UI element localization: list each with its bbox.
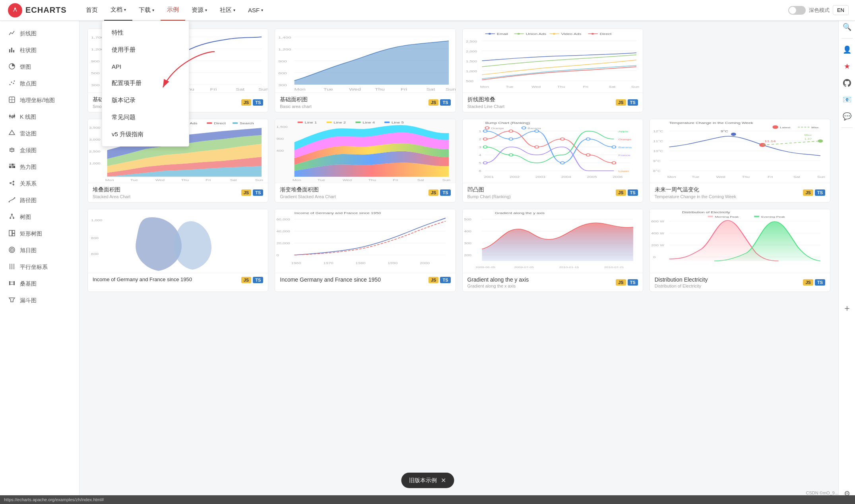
badge-js-stacked-line[interactable]: JS (616, 99, 626, 106)
badge-ts-distribution[interactable]: TS (815, 279, 825, 286)
chart-title-zh-violin: Income of Germany and France since 1950 (93, 276, 192, 282)
badge-js[interactable]: JS (241, 99, 251, 106)
svg-text:12°C: 12°C (653, 129, 663, 133)
dropdown-item-changelog[interactable]: 版本记录 (102, 92, 189, 109)
nav-asf[interactable]: ASF ▾ (242, 0, 269, 21)
badge-ts-gradient[interactable]: TS (440, 189, 450, 196)
dropdown-item-manual[interactable]: 使用手册 (102, 41, 189, 58)
star-icon[interactable]: ★ (840, 59, 854, 73)
svg-point-236 (731, 133, 736, 136)
svg-text:2,000: 2,000 (466, 50, 477, 53)
badge-js-violin[interactable]: JS (241, 277, 251, 283)
nav-download[interactable]: 下载 ▾ (132, 0, 161, 21)
sidebar-item-scatter[interactable]: 散点图 (0, 75, 79, 92)
badge-js-income[interactable]: JS (428, 277, 438, 283)
language-button[interactable]: EN (833, 5, 849, 15)
user-icon[interactable]: 👤 (840, 42, 854, 57)
github-icon[interactable] (840, 76, 854, 90)
svg-text:Line 4: Line 4 (363, 121, 375, 124)
badge-ts-stacked-line[interactable]: TS (628, 99, 638, 106)
badge-js-basic-area[interactable]: JS (428, 99, 438, 106)
svg-text:Fri: Fri (210, 87, 217, 91)
svg-text:11.14: 11.14 (764, 139, 776, 143)
chart-card-bump[interactable]: Bump Chart (Ranking) Orange Banana 1 2 (462, 119, 643, 203)
svg-text:Sat: Sat (417, 178, 424, 182)
svg-point-199 (612, 146, 616, 148)
dropdown-item-faq[interactable]: 常见问题 (102, 109, 189, 126)
chart-card-stacked-line[interactable]: Email Union Ads Video Ads Direct (462, 29, 643, 112)
nav-home[interactable]: 首页 (79, 0, 104, 21)
svg-text:Sat: Sat (230, 178, 237, 182)
badge-js-gradient[interactable]: JS (428, 189, 438, 196)
svg-rect-152 (384, 122, 390, 123)
sidebar-item-heatmap[interactable]: 热力图 (0, 159, 79, 176)
sidebar-item-treemap[interactable]: 矩形树图 (0, 226, 79, 242)
chart-card-distribution[interactable]: Distribution of Electricity Morning Peak… (649, 209, 830, 292)
dark-mode-toggle[interactable]: 深色模式 (788, 6, 830, 15)
svg-text:Fri: Fri (401, 87, 407, 91)
sidebar-item-line[interactable]: 折线图 (0, 25, 79, 42)
dropdown-item-features[interactable]: 特性 (102, 24, 189, 41)
sidebar-item-pie[interactable]: 饼图 (0, 59, 79, 75)
dropdown-item-config[interactable]: 配置项手册 (102, 75, 189, 92)
chart-card-basic-area[interactable]: Mon Tue Wed Thu Fri Sat Sun 1,400 1,200 … (275, 29, 456, 112)
chat-icon[interactable]: 💬 (840, 109, 854, 124)
chart-title-zh-gradient: 渐变堆叠面积图 (280, 186, 336, 193)
sidebar-item-parallel[interactable]: 平行坐标系 (0, 259, 79, 276)
nav-examples[interactable]: 示例 (161, 0, 185, 21)
badge-ts-temp[interactable]: TS (815, 189, 825, 196)
badge-js-bump[interactable]: JS (616, 189, 626, 196)
sidebar-item-graph[interactable]: 关系系 (0, 176, 79, 192)
outlook-icon[interactable]: 📧 (840, 93, 854, 107)
chart-footer-violin: Income of Germany and France since 1950 … (88, 273, 268, 286)
dropdown-item-api[interactable]: API (102, 58, 189, 75)
chart-card-gradient-stacked[interactable]: Line 1 Line 2 Line 4 Line 5 (275, 119, 456, 203)
chart-card-income[interactable]: Income of Germany and France since 1950 … (275, 209, 456, 292)
badge-ts-basic-area[interactable]: TS (440, 99, 450, 106)
svg-text:Wed: Wed (531, 85, 541, 88)
svg-text:2000: 2000 (420, 261, 430, 265)
chart-card-gradient-y[interactable]: Gradient along the y axis 500 400 300 20… (462, 209, 643, 292)
sidebar-item-tree[interactable]: 树图 (0, 209, 79, 226)
sidebar-item-geo[interactable]: 地理坐标/地图 (0, 92, 79, 109)
sidebar-item-radar[interactable]: 雷达图 (0, 126, 79, 142)
sidebar-item-bar[interactable]: 柱状图 (0, 42, 79, 59)
badge-js-stacked-area[interactable]: JS (241, 189, 251, 196)
badge-ts-stacked-area[interactable]: TS (253, 189, 263, 196)
nav-docs[interactable]: 文档 ▾ (104, 0, 132, 21)
badge-js-gradient-y[interactable]: JS (616, 279, 626, 286)
sidebar-item-sankey[interactable]: 桑基图 (0, 276, 79, 292)
toast-close-button[interactable]: ✕ (441, 477, 446, 484)
chart-card-violin[interactable]: 1,000 800 600 Income of Germany and Fran… (87, 209, 268, 292)
nav-community[interactable]: 社区 ▾ (213, 0, 242, 21)
svg-rect-53 (9, 281, 10, 285)
svg-rect-148 (327, 122, 332, 123)
badge-js-distribution[interactable]: JS (803, 279, 813, 286)
badge-ts-bump[interactable]: TS (628, 189, 638, 196)
badge-ts[interactable]: TS (253, 99, 263, 106)
svg-text:300: 300 (278, 83, 287, 87)
dropdown-item-upgrade[interactable]: v5 升级指南 (102, 126, 189, 143)
svg-point-191 (560, 138, 564, 140)
svg-text:3,000: 3,000 (89, 138, 100, 141)
nav-resources[interactable]: 资源 ▾ (185, 0, 213, 21)
sidebar-item-candlestick[interactable]: K 线图 (0, 109, 79, 126)
sidebar-item-boxplot[interactable]: 盒须图 (0, 142, 79, 159)
badge-ts-income[interactable]: TS (440, 277, 450, 283)
dark-mode-switch[interactable] (788, 6, 806, 15)
svg-text:Wed: Wed (343, 178, 352, 182)
add-button[interactable]: ＋ (840, 301, 854, 315)
search-icon[interactable]: 🔍 (840, 20, 854, 34)
badge-ts-gradient-y[interactable]: TS (628, 279, 638, 286)
badge-js-temp[interactable]: JS (803, 189, 813, 196)
chart-preview-stacked-line: Email Union Ads Video Ads Direct (463, 29, 643, 93)
chart-preview-bump: Bump Chart (Ranking) Orange Banana 1 2 (463, 119, 643, 183)
sidebar-item-sunburst[interactable]: 旭日图 (0, 242, 79, 259)
chart-title-zh-temp: 未来一周气温变化 (655, 186, 736, 193)
badge-ts-violin[interactable]: TS (253, 277, 263, 283)
sidebar-item-funnel[interactable]: 漏斗图 (0, 292, 79, 309)
chart-card-temperature[interactable]: Temperature Change in the Coming Week La… (649, 119, 830, 203)
logo-area[interactable]: ECHARTS (0, 3, 79, 17)
sidebar-item-lines[interactable]: 路径图 (0, 192, 79, 209)
chart-title-zh-distribution: Distribution Electricity (655, 276, 708, 283)
